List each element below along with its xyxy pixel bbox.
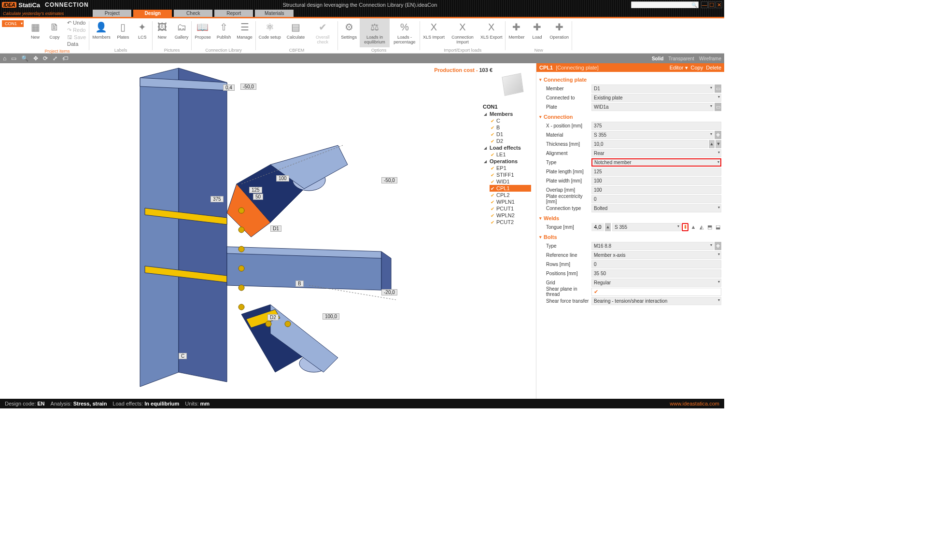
ribbon-members[interactable]: Members [89,18,113,47]
prop-plate-width-mm-[interactable]: Plate width [mm]100 [539,176,721,185]
tab-materials[interactable]: Materials [255,10,294,17]
tree-item-cpl1[interactable]: ✔CPL1 [490,185,531,192]
select-icon[interactable]: ▭ [11,55,16,62]
tree-item-wid1[interactable]: ✔WID1 [490,178,531,185]
zoom-icon[interactable]: 🔍 [21,55,28,62]
tab-design[interactable]: Design [133,10,172,17]
prop-shear-force-transfer[interactable]: Shear force transferBearing - tension/sh… [539,296,721,305]
editor-dropdown[interactable]: Editor ▾ [670,65,688,71]
prop-tongue-mm-[interactable]: Tongue [mm]4,0▲S 355▾⬍▲◭⬒⬓ [539,223,721,231]
minimize-button[interactable]: — [701,1,708,8]
prop-thickness-mm-[interactable]: Thickness [mm]10,0▲▼ [539,140,721,148]
website-link[interactable]: www.ideastatica.com [670,401,719,406]
tree-item-wpln2[interactable]: ✔WPLN2 [490,212,531,219]
prop-shear-plane-in-thread[interactable]: Shear plane in thread✔ [539,287,721,296]
ribbon-load[interactable]: Load [527,18,547,47]
main-area: Production cost - 103 € [0,63,724,399]
ribbon-gallery[interactable]: Gallery [172,18,192,47]
delete-button[interactable]: Delete [706,65,721,70]
ribbon-member[interactable]: Member [506,18,527,47]
prop-plate[interactable]: PlateWID1a▾▭ [539,102,721,111]
ribbon-xls-import[interactable]: XLS Import [420,18,448,47]
ribbon-loads-in-equilibrium[interactable]: Loads in equilibrium [360,18,390,47]
viewmode-transparent[interactable]: Transparent [668,56,694,61]
prop-positions-mm-[interactable]: Positions [mm]35 50 [539,269,721,278]
section-bolts[interactable]: ▾Bolts [539,234,721,240]
ribbon-save: 🖫 Save [67,34,86,40]
properties-panel: CPL1 [Connecting plate] Editor ▾ Copy De… [536,63,724,399]
dim-n50b: -50,0 [381,177,397,183]
tag-icon[interactable]: 🏷 [62,55,68,62]
tab-project[interactable]: Project [93,10,131,17]
copy-button[interactable]: Copy [691,65,703,70]
prop-overlap-mm-[interactable]: Overlap [mm]100 [539,185,721,194]
prop-grid[interactable]: GridRegular▾ [539,278,721,287]
ribbon-new[interactable]: New [26,18,45,48]
home-icon[interactable]: ⌂ [3,55,6,62]
maximize-button[interactable]: ☐ [708,1,715,8]
connection-chip[interactable]: CON1 [2,20,24,27]
close-button[interactable]: ✕ [716,1,722,8]
ribbon-loads---percentage[interactable]: Loads - percentage [390,18,420,47]
prop-material[interactable]: MaterialS 355▾✚ [539,130,721,139]
ribbon-undo[interactable]: ↶ Undo [67,20,86,26]
tree-item-d2[interactable]: ✔D2 [490,138,531,144]
tree-item-pcut1[interactable]: ✔PCUT1 [490,205,531,212]
rotate-icon[interactable]: ⟳ [43,55,48,62]
ribbon-connection-import[interactable]: Connection Import [448,18,478,47]
tree-item-cpl2[interactable]: ✔CPL2 [490,192,531,198]
logo-mark: IDEA [2,2,16,8]
tree-item-ep1[interactable]: ✔EP1 [490,165,531,171]
tree-item-d1[interactable]: ✔D1 [490,131,531,138]
tree-item-c[interactable]: ✔C [490,117,531,124]
tree-group-members[interactable]: ◢Members [483,111,531,117]
viewmode-wireframe[interactable]: Wireframe [699,56,721,61]
label-b: B [295,280,304,287]
tab-check[interactable]: Check [174,10,212,17]
viewmode-solid[interactable]: Solid [652,56,663,61]
prop-alignment[interactable]: AlignmentRear▾ [539,149,721,157]
ribbon-xls-export[interactable]: XLS Export [478,18,506,47]
tree-group-load-effects[interactable]: ◢Load effects [483,144,531,151]
tree-item-pcut2[interactable]: ✔PCUT2 [490,219,531,225]
prop-rows-mm-[interactable]: Rows [mm]0 [539,260,721,268]
dim-04: 0,4 [223,84,235,91]
section-welds[interactable]: ▾Welds [539,215,721,221]
ribbon: CON1 NewCopy↶ Undo↷ Redo🖫 SaveDataProjec… [0,18,724,54]
model-tree[interactable]: CON1◢Members✔C✔B✔D1✔D2◢Load effects✔LE1◢… [483,102,531,225]
search-input[interactable]: 🔍 [631,1,699,8]
tree-item-le1[interactable]: ✔LE1 [490,151,531,158]
prop-x-position-mm-[interactable]: X - position [mm]375 [539,121,721,130]
ribbon-calculate[interactable]: Calculate [284,18,308,47]
pan-icon[interactable]: ✥ [33,55,38,62]
prop-member[interactable]: MemberD1▾▭ [539,84,721,93]
status-bar: Design code: EN Analysis: Stress, strain… [0,399,724,408]
ribbon-copy[interactable]: Copy [45,18,64,48]
fullscreen-icon[interactable]: ⤢ [53,55,57,62]
tree-group-operations[interactable]: ◢Operations [483,158,531,165]
tab-report[interactable]: Report [214,10,253,17]
section-connection[interactable]: ▾Connection [539,114,721,120]
prop-plate-length-mm-[interactable]: Plate length [mm]125 [539,167,721,176]
prop-reference-line[interactable]: Reference lineMember x-axis▾ [539,251,721,259]
prop-plate-eccentricity-mm-[interactable]: Plate eccentricity [mm]0 [539,195,721,203]
ribbon-operation[interactable]: Operation [547,18,572,47]
tree-item-wpln1[interactable]: ✔WPLN1 [490,198,531,205]
tree-item-b[interactable]: ✔B [490,124,531,131]
ribbon-settings[interactable]: Settings [338,18,360,47]
tree-item-stiff1[interactable]: ✔STIFF1 [490,171,531,178]
ribbon-code-setup[interactable]: Code setup [256,18,284,47]
section-connecting-plate[interactable]: ▾Connecting plate [539,77,721,83]
ribbon-lcs[interactable]: LCS [133,18,152,47]
3d-canvas[interactable]: Production cost - 103 € [0,63,536,399]
prop-type[interactable]: TypeNotched member▾ [539,158,721,167]
ribbon-new[interactable]: New [153,18,172,47]
ribbon-manage[interactable]: Manage [234,18,255,47]
ribbon-propose[interactable]: Propose [192,18,214,47]
ribbon-publish[interactable]: Publish [214,18,234,47]
ribbon-data[interactable]: Data [67,41,86,47]
ribbon-plates[interactable]: Plates [113,18,133,47]
prop-connected-to[interactable]: Connected toExisting plate▾ [539,93,721,102]
prop-connection-type[interactable]: Connection typeBolted▾ [539,204,721,212]
prop-type[interactable]: TypeM16 8.8▾✚ [539,241,721,250]
